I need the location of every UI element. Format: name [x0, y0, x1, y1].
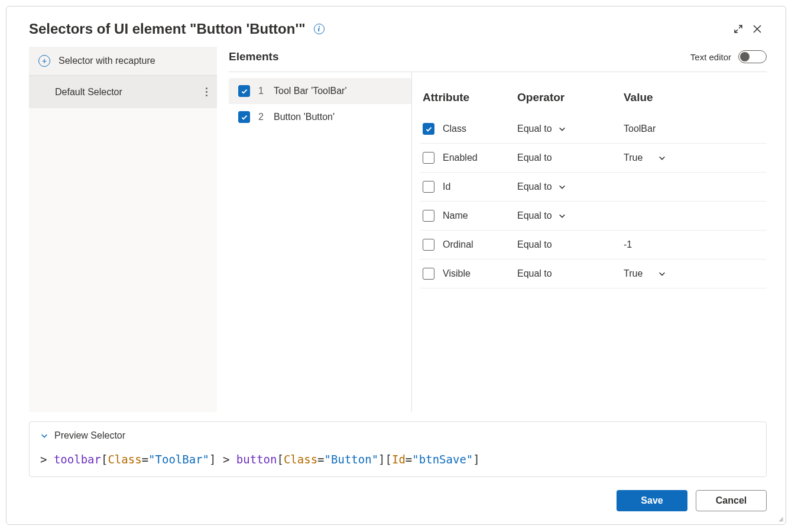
chevron-down-icon: [658, 154, 666, 162]
operator-value: Equal to: [517, 124, 552, 134]
code-token: Id: [392, 453, 406, 466]
code-token: >: [216, 453, 236, 466]
code-token: Class: [284, 453, 317, 466]
attribute-value: ToolBar: [624, 124, 656, 134]
operator-value: Equal to: [517, 210, 552, 221]
attribute-row: ClassEqual toToolBar: [420, 115, 767, 144]
code-token: ]: [473, 453, 479, 466]
chevron-down-icon: [558, 212, 566, 220]
operator-dropdown[interactable]: Equal to: [517, 239, 624, 250]
expand-icon[interactable]: [729, 20, 748, 38]
operator-dropdown[interactable]: Equal to: [517, 210, 624, 221]
attribute-checkbox[interactable]: [423, 152, 434, 164]
preview-selector-panel: Preview Selector > toolbar[Class="ToolBa…: [29, 421, 767, 477]
code-token: [: [277, 453, 283, 466]
operator-dropdown[interactable]: Equal to: [517, 153, 624, 163]
code-token: Class: [108, 453, 141, 466]
attribute-row: OrdinalEqual to-1: [420, 231, 767, 259]
code-token: >: [40, 453, 54, 466]
attributes-panel: Attribute Operator Value ClassEqual toTo…: [412, 72, 767, 412]
chevron-down-icon: [658, 270, 666, 278]
element-checkbox[interactable]: [238, 85, 250, 97]
operator-value: Equal to: [517, 153, 552, 163]
element-index: 2: [258, 112, 265, 122]
element-checkbox[interactable]: [238, 111, 250, 123]
code-token: "Button": [325, 453, 379, 466]
value-cell[interactable]: True: [624, 153, 764, 163]
sidebar-item-label: Default Selector: [55, 87, 122, 98]
col-attribute: Attribute: [423, 91, 517, 104]
operator-value: Equal to: [517, 239, 552, 250]
kebab-icon[interactable]: [203, 85, 210, 99]
operator-dropdown[interactable]: Equal to: [517, 268, 624, 279]
attribute-checkbox[interactable]: [423, 210, 434, 222]
elements-list: 1Tool Bar 'ToolBar'2Button 'Button': [229, 72, 412, 412]
dialog-title: Selectors of UI element "Button 'Button'…: [29, 21, 306, 37]
value-cell[interactable]: -1: [624, 239, 764, 250]
add-selector-label: Selector with recapture: [59, 56, 155, 66]
operator-dropdown[interactable]: Equal to: [517, 181, 624, 192]
toggle-knob: [740, 52, 750, 61]
text-editor-label: Text editor: [690, 52, 731, 62]
code-token: toolbar: [54, 453, 101, 466]
element-item[interactable]: 1Tool Bar 'ToolBar': [229, 78, 411, 104]
col-operator: Operator: [517, 91, 624, 104]
selector-sidebar: + Selector with recapture Default Select…: [29, 47, 217, 412]
operator-value: Equal to: [517, 181, 552, 192]
save-button[interactable]: Save: [617, 490, 687, 511]
info-icon[interactable]: i: [314, 24, 325, 34]
attribute-name: Class: [443, 124, 466, 134]
chevron-down-icon: [558, 125, 566, 133]
attribute-checkbox[interactable]: [423, 239, 434, 251]
attribute-name: Id: [443, 181, 450, 192]
code-token: =: [317, 453, 324, 466]
element-index: 1: [258, 86, 265, 96]
close-icon[interactable]: [748, 20, 767, 38]
col-value: Value: [624, 91, 764, 104]
code-token: "ToolBar": [148, 453, 209, 466]
chevron-down-icon: [558, 183, 566, 191]
text-editor-toggle[interactable]: [738, 50, 767, 63]
attribute-value: -1: [624, 239, 632, 250]
attribute-value: True: [624, 268, 643, 279]
attribute-name: Enabled: [443, 153, 478, 163]
preview-label: Preview Selector: [54, 430, 125, 441]
code-token: =: [142, 453, 148, 466]
code-token: =: [406, 453, 412, 466]
preview-toggle[interactable]: Preview Selector: [40, 430, 755, 441]
elements-heading: Elements: [229, 50, 278, 63]
attribute-row: NameEqual to: [420, 202, 767, 231]
cancel-button[interactable]: Cancel: [696, 490, 767, 511]
preview-code: > toolbar[Class="ToolBar"] > button[Clas…: [40, 453, 755, 466]
value-cell[interactable]: ToolBar: [624, 124, 764, 134]
attribute-checkbox[interactable]: [423, 123, 434, 135]
operator-dropdown[interactable]: Equal to: [517, 124, 624, 134]
dialog-header: Selectors of UI element "Button 'Button'…: [7, 7, 786, 47]
code-token: ][: [378, 453, 392, 466]
code-token: [: [101, 453, 108, 466]
plus-icon: +: [38, 55, 50, 67]
attribute-value: True: [624, 153, 643, 163]
attribute-row: VisibleEqual toTrue: [420, 259, 767, 288]
code-token: button: [236, 453, 277, 466]
attribute-checkbox[interactable]: [423, 181, 434, 193]
attribute-name: Ordinal: [443, 239, 473, 250]
attribute-name: Visible: [443, 268, 471, 279]
attribute-name: Name: [443, 210, 468, 221]
element-label: Button 'Button': [274, 112, 335, 122]
attribute-row: EnabledEqual toTrue: [420, 144, 767, 173]
element-item[interactable]: 2Button 'Button': [229, 104, 411, 130]
attribute-checkbox[interactable]: [423, 268, 434, 280]
code-token: ]: [209, 453, 216, 466]
sidebar-item-default-selector[interactable]: Default Selector: [29, 76, 217, 108]
code-token: "btnSave": [412, 453, 473, 466]
selector-dialog: Selectors of UI element "Button 'Button'…: [6, 6, 786, 525]
add-selector-button[interactable]: + Selector with recapture: [29, 47, 217, 76]
element-label: Tool Bar 'ToolBar': [274, 86, 347, 96]
chevron-down-icon: [40, 432, 48, 440]
value-cell[interactable]: True: [624, 268, 764, 279]
operator-value: Equal to: [517, 268, 552, 279]
attribute-row: IdEqual to: [420, 173, 767, 202]
